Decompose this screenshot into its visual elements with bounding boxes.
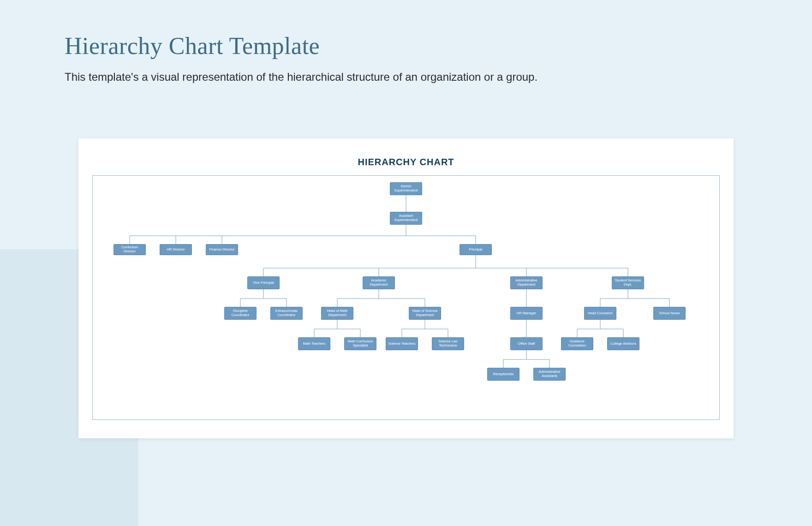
- node-school-nurse: School Nurse: [653, 307, 686, 320]
- page-subtitle: This template's a visual representation …: [65, 71, 784, 84]
- node-vice-principal: Vice Principal: [247, 276, 280, 289]
- node-college-advisors: College Advisors: [607, 337, 639, 350]
- node-receptionists: Receptionists: [487, 368, 519, 381]
- node-science-lab-technicians: Science Lab Technicians: [432, 337, 464, 350]
- node-district-superintendent: District Superintendent: [390, 182, 422, 195]
- node-administrative-department: Administrative Department: [510, 276, 543, 289]
- node-curriculum-director: Curriculum Director: [113, 244, 146, 255]
- node-head-of-math-department: Head of Math Department: [321, 307, 353, 320]
- node-student-services-dept: Student Services Dept.: [612, 276, 644, 289]
- node-finance-director: Finance Director: [206, 244, 238, 255]
- page: Hierarchy Chart Template This template's…: [0, 0, 812, 526]
- header: Hierarchy Chart Template This template's…: [65, 32, 784, 84]
- node-hr-manager: HR Manager: [510, 307, 543, 320]
- page-title: Hierarchy Chart Template: [65, 32, 784, 60]
- node-office-staff: Office Staff: [510, 337, 543, 350]
- node-guidance-counselors: Guidance Counselors: [561, 337, 593, 350]
- node-head-counselor: Head Counselor: [584, 307, 616, 320]
- chart-heading: HIERARCHY CHART: [78, 157, 734, 167]
- node-assistant-superintendent: Assistant Superintendent: [390, 212, 422, 225]
- node-math-curriculum-specialist: Math Curriculum Specialist: [344, 337, 376, 350]
- node-principal: Principal: [460, 244, 492, 255]
- node-academic-department: Academic Department: [363, 276, 395, 289]
- node-extracurricular-coordinator: Extracurricular Coordinator: [270, 307, 303, 320]
- chart-card: HIERARCHY CHART: [78, 138, 734, 438]
- node-head-of-science-department: Head of Science Department: [409, 307, 441, 320]
- node-hr-director: HR Director: [160, 244, 192, 255]
- node-discipline-coordinator: Discipline Coordinator: [224, 307, 257, 320]
- node-science-teachers: Science Teachers: [386, 337, 418, 350]
- node-administrative-assistants: Administrative Assistants: [533, 368, 566, 381]
- chart-area: District Superintendent Assistant Superi…: [92, 175, 720, 420]
- node-math-teachers: Math Teachers: [298, 337, 330, 350]
